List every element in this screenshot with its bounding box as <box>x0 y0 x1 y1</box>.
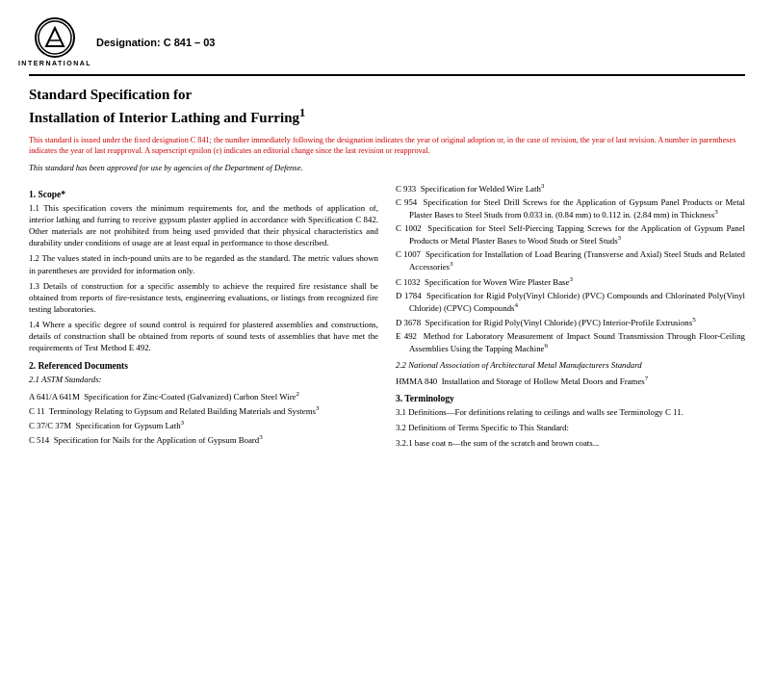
italic-notice: This standard has been approved for use … <box>29 163 745 172</box>
list-item: E 492 Method for Laboratory Measurement … <box>396 330 745 354</box>
logo-label: INTERNATIONAL <box>18 60 91 66</box>
right-refs-list: C 933 Specification for Welded Wire Lath… <box>396 182 745 354</box>
ref-sub-heading: 2.1 ASTM Standards: <box>29 374 378 385</box>
list-item: C 954 Specification for Steel Drill Scre… <box>396 196 745 220</box>
scope-p2: 1.2 The values stated in inch-pound unit… <box>29 252 378 275</box>
doc-title: Standard Specification for Installation … <box>29 86 745 127</box>
list-item: C 37/C 37M Specification for Gypsum Lath… <box>29 419 378 431</box>
list-item: C 514 Specification for Nails for the Ap… <box>29 433 378 446</box>
page-container: INTERNATIONAL Designation: C 841 – 03 St… <box>29 17 745 454</box>
red-notice: This standard is issued under the fixed … <box>29 135 745 157</box>
scope-p1: 1.1 This specification covers the minimu… <box>29 202 378 249</box>
astm-logo: INTERNATIONAL <box>29 17 81 66</box>
scope-heading: 1. Scope* <box>29 190 378 199</box>
term-p3-2: 3.2 Definitions of Terms Specific to Thi… <box>396 422 745 433</box>
title-sub: Installation of Interior Lathing and Fur… <box>29 110 299 125</box>
scope-p3: 1.3 Details of construction for a specif… <box>29 280 378 315</box>
list-item: C 933 Specification for Welded Wire Lath… <box>396 182 745 194</box>
left-refs-list: A 641/A 641M Specification for Zinc-Coat… <box>29 390 378 446</box>
list-item: D 1784 Specification for Rigid Poly(Viny… <box>396 290 745 314</box>
right-column: C 933 Specification for Welded Wire Lath… <box>396 182 745 454</box>
hmma-ref: HMMA 840 Installation and Storage of Hol… <box>396 375 745 387</box>
nmamf-ref: 2.2 National Association of Architectura… <box>396 359 745 371</box>
term-p3-1: 3.1 Definitions—For definitions relating… <box>396 406 745 418</box>
title-section: Standard Specification for Installation … <box>29 86 745 172</box>
list-item: C 1002 Specification for Steel Self-Pier… <box>396 222 745 246</box>
designation-label: Designation: C 841 – 03 <box>96 37 216 48</box>
left-column: 1. Scope* 1.1 This specification covers … <box>29 182 378 454</box>
list-item: C 1007 Specification for Installation of… <box>396 248 745 272</box>
title-superscript: 1 <box>299 106 305 119</box>
title-main: Standard Specification for <box>29 87 192 102</box>
term-heading: 3. Terminology <box>396 394 745 403</box>
svg-marker-1 <box>46 28 64 46</box>
two-column-body: 1. Scope* 1.1 This specification covers … <box>29 182 745 454</box>
list-item: A 641/A 641M Specification for Zinc-Coat… <box>29 390 378 402</box>
list-item: C 1032 Specification for Woven Wire Plas… <box>396 275 745 288</box>
term-p3-2-1: 3.2.1 base coat n—the sum of the scratch… <box>396 437 745 449</box>
list-item: C 11 Terminology Relating to Gypsum and … <box>29 404 378 417</box>
header-area: INTERNATIONAL Designation: C 841 – 03 <box>29 17 745 76</box>
list-item: D 3678 Specification for Rigid Poly(Viny… <box>396 316 745 328</box>
logo-circle <box>35 17 75 58</box>
scope-p4: 1.4 Where a specific degree of sound con… <box>29 319 378 353</box>
ref-docs-heading: 2. Referenced Documents <box>29 361 378 371</box>
